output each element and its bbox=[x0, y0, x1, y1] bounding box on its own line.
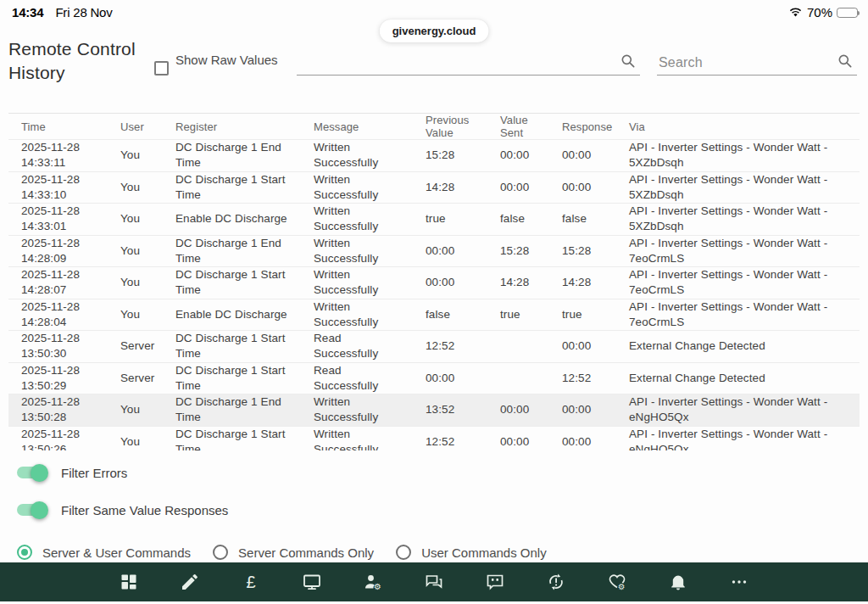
filter-same-value-label: Filter Same Value Responses bbox=[61, 503, 228, 517]
column-header-via[interactable]: Via bbox=[629, 120, 860, 133]
table-row[interactable]: 2025-11-28 13:50:26 You DC Discharge 1 S… bbox=[8, 427, 860, 451]
cell-message: Written Successfully bbox=[314, 394, 426, 425]
cell-value-sent: false bbox=[500, 211, 562, 226]
cell-register: DC Discharge 1 Start Time bbox=[175, 363, 314, 394]
chat-icon[interactable] bbox=[423, 571, 445, 593]
cell-value-sent: 00:00 bbox=[500, 180, 562, 195]
cell-via: External Change Detected bbox=[629, 338, 860, 354]
toggle-knob bbox=[31, 464, 48, 482]
cell-user: You bbox=[120, 243, 175, 259]
search-icon bbox=[837, 53, 854, 70]
table-row[interactable]: 2025-11-28 14:33:11 You DC Discharge 1 E… bbox=[8, 140, 860, 172]
radio-circle[interactable] bbox=[17, 545, 32, 560]
radio-circle[interactable] bbox=[213, 545, 228, 560]
table-row[interactable]: 2025-11-28 14:33:10 You DC Discharge 1 S… bbox=[8, 172, 860, 204]
cell-response: true bbox=[562, 307, 629, 322]
statusbar-right: 70% bbox=[788, 5, 858, 20]
radio-server-and-user-commands[interactable]: Server & User Commands bbox=[17, 545, 191, 560]
filter-input[interactable] bbox=[297, 49, 640, 76]
bottom-navigation-bar: £⚙⚙ bbox=[0, 562, 868, 601]
filter-errors-toggle[interactable] bbox=[17, 467, 46, 478]
cell-register: Enable DC Discharge bbox=[175, 307, 314, 322]
radio-label: Server & User Commands bbox=[42, 545, 191, 560]
cell-user: Server bbox=[120, 338, 175, 354]
health-settings-icon[interactable]: ⚙ bbox=[606, 571, 628, 593]
cell-register: DC Discharge 1 End Time bbox=[175, 236, 314, 266]
cell-time: 2025-11-28 14:28:04 bbox=[21, 299, 120, 330]
show-raw-values-checkbox[interactable] bbox=[154, 61, 169, 76]
cell-value-sent: 14:28 bbox=[500, 275, 562, 290]
radio-server-commands-only[interactable]: Server Commands Only bbox=[213, 545, 374, 560]
show-raw-values-checkbox-group[interactable]: Show Raw Values bbox=[154, 53, 282, 76]
column-header-response[interactable]: Response bbox=[562, 120, 629, 133]
edit-icon[interactable] bbox=[179, 571, 201, 593]
cell-response: 12:52 bbox=[562, 371, 629, 386]
cell-time: 2025-11-28 14:33:01 bbox=[21, 204, 120, 234]
column-header-value-sent[interactable]: Value Sent bbox=[500, 114, 562, 139]
wifi-icon bbox=[788, 7, 803, 18]
cell-response: 00:00 bbox=[562, 338, 629, 354]
site-url-pill[interactable]: givenergy.cloud bbox=[380, 20, 489, 42]
table-row[interactable]: 2025-11-28 14:33:01 You Enable DC Discha… bbox=[8, 204, 860, 236]
radio-label: Server Commands Only bbox=[238, 545, 374, 560]
cell-user: You bbox=[120, 275, 175, 290]
cell-previous-value: 00:00 bbox=[426, 275, 500, 290]
cell-user: You bbox=[120, 434, 175, 450]
more-icon[interactable] bbox=[728, 571, 750, 593]
cell-message: Written Successfully bbox=[314, 172, 426, 203]
cell-message: Read Successfully bbox=[314, 331, 426, 361]
column-header-user[interactable]: User bbox=[120, 120, 175, 133]
notifications-icon[interactable] bbox=[667, 571, 689, 593]
cell-time: 2025-11-28 14:28:07 bbox=[21, 267, 120, 298]
cell-response: false bbox=[562, 211, 629, 226]
filter-same-value-toggle-row[interactable]: Filter Same Value Responses bbox=[17, 501, 868, 519]
cell-value-sent: 15:28 bbox=[500, 243, 562, 259]
filter-errors-label: Filter Errors bbox=[61, 466, 127, 480]
cell-time: 2025-11-28 13:50:26 bbox=[21, 427, 120, 450]
radio-user-commands-only[interactable]: User Commands Only bbox=[396, 545, 547, 560]
table-row[interactable]: 2025-11-28 13:50:28 You DC Discharge 1 E… bbox=[8, 394, 860, 427]
cell-time: 2025-11-28 14:33:11 bbox=[21, 140, 120, 171]
table-row[interactable]: 2025-11-28 14:28:07 You DC Discharge 1 S… bbox=[8, 267, 860, 299]
feedback-icon[interactable] bbox=[484, 571, 506, 593]
table-header-row: Time User Register Message Previous Valu… bbox=[8, 114, 860, 140]
table-row[interactable]: 2025-11-28 14:28:04 You Enable DC Discha… bbox=[8, 299, 860, 332]
search-input[interactable]: Search bbox=[657, 49, 857, 76]
cell-time: 2025-11-28 14:28:09 bbox=[21, 236, 120, 266]
toggle-knob bbox=[31, 501, 48, 519]
cell-message: Written Successfully bbox=[314, 140, 426, 171]
cell-message: Written Successfully bbox=[314, 236, 426, 266]
column-header-message[interactable]: Message bbox=[314, 120, 387, 133]
svg-text:£: £ bbox=[246, 573, 255, 591]
dashboard-icon[interactable] bbox=[118, 571, 140, 593]
radio-circle[interactable] bbox=[396, 545, 411, 560]
battery-percent: 70% bbox=[807, 5, 832, 20]
filter-errors-toggle-row[interactable]: Filter Errors bbox=[17, 463, 868, 482]
account-settings-icon[interactable]: ⚙ bbox=[362, 571, 384, 593]
cell-time: 2025-11-28 13:50:30 bbox=[21, 331, 120, 361]
tariff-pound-icon[interactable]: £ bbox=[240, 571, 262, 593]
cell-message: Written Successfully bbox=[314, 204, 426, 234]
cell-register: DC Discharge 1 Start Time bbox=[175, 331, 314, 361]
cell-previous-value: 14:28 bbox=[426, 180, 500, 195]
statusbar-left: 14:34Fri 28 Nov bbox=[12, 5, 113, 20]
cell-via: API - Inverter Settings - Wonder Watt - … bbox=[629, 299, 860, 330]
filter-same-value-toggle[interactable] bbox=[17, 504, 46, 516]
cell-message: Written Successfully bbox=[314, 427, 426, 450]
column-header-previous-value[interactable]: Previous Value bbox=[426, 114, 500, 139]
cell-user: You bbox=[120, 307, 175, 322]
cell-previous-value: 00:00 bbox=[426, 371, 500, 386]
cell-response: 00:00 bbox=[562, 148, 629, 163]
table-row[interactable]: 2025-11-28 13:50:29 Server DC Discharge … bbox=[8, 363, 860, 395]
table-row[interactable]: 2025-11-28 14:28:09 You DC Discharge 1 E… bbox=[8, 236, 860, 268]
cell-via: API - Inverter Settings - Wonder Watt - … bbox=[629, 204, 860, 234]
cell-register: DC Discharge 1 Start Time bbox=[175, 427, 314, 450]
table-row[interactable]: 2025-11-28 13:50:30 Server DC Discharge … bbox=[8, 331, 860, 363]
column-header-register[interactable]: Register bbox=[175, 120, 314, 133]
sync-alert-icon[interactable] bbox=[545, 571, 567, 593]
cell-via: API - Inverter Settings - Wonder Watt - … bbox=[629, 140, 860, 171]
battery-nub bbox=[858, 11, 860, 15]
monitor-icon[interactable] bbox=[301, 571, 323, 593]
column-header-time[interactable]: Time bbox=[21, 120, 120, 133]
svg-text:⚙: ⚙ bbox=[618, 582, 626, 591]
